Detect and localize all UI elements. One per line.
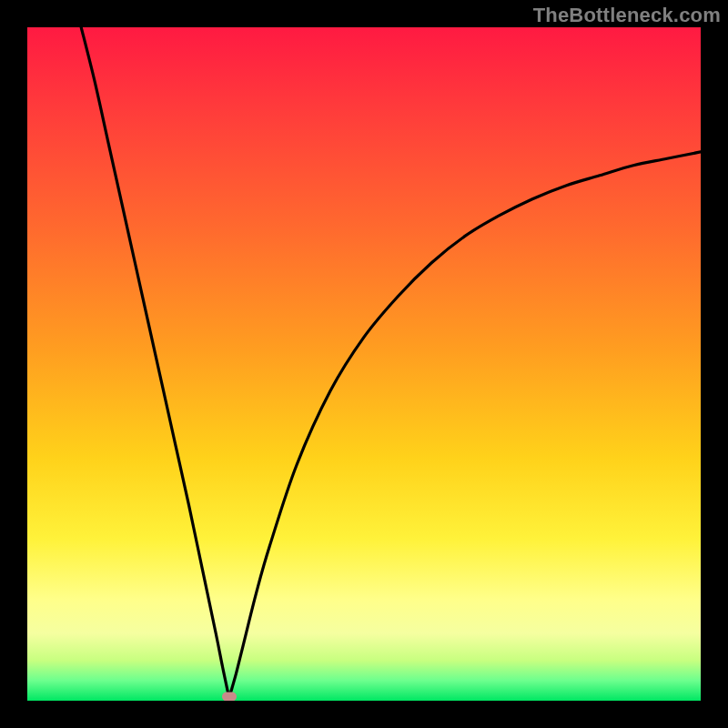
watermark-text: TheBottleneck.com bbox=[533, 4, 721, 27]
chart-frame: TheBottleneck.com bbox=[0, 0, 728, 728]
minimum-marker bbox=[222, 693, 237, 701]
bottleneck-curve bbox=[81, 27, 701, 697]
plot-area bbox=[27, 27, 701, 701]
curve-layer bbox=[27, 27, 701, 701]
